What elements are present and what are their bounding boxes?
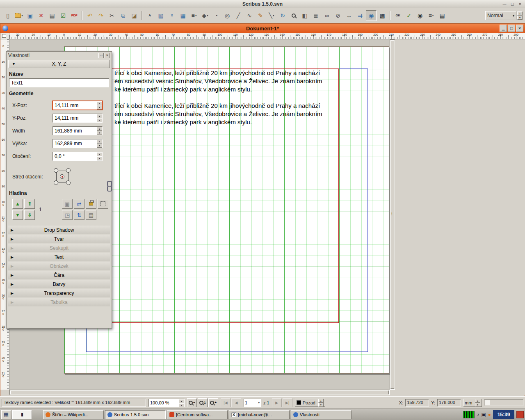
zoom-out-button[interactable]: −: [187, 398, 197, 407]
open-document-button[interactable]: ▾: [14, 10, 24, 21]
spin-down-icon[interactable]: ▾: [97, 156, 102, 160]
spin-up-icon[interactable]: ▴: [97, 114, 102, 118]
insert-image-frame-button[interactable]: ▧: [155, 10, 166, 21]
basepoint-center[interactable]: [60, 174, 64, 179]
next-page-button[interactable]: ▶: [272, 398, 282, 407]
insert-text-frame-button[interactable]: A: [144, 10, 155, 21]
doc-close-icon[interactable]: ✕: [516, 25, 523, 32]
height-input[interactable]: [53, 139, 97, 148]
insert-spiral-button[interactable]: ◎: [222, 10, 233, 21]
pdf-list-box-button[interactable]: ▤: [437, 10, 447, 21]
item-name-input[interactable]: [9, 78, 109, 87]
spin-down-icon[interactable]: ▾: [97, 144, 102, 148]
basepoint-top-right[interactable]: [66, 168, 71, 173]
pdf-checkbox-button[interactable]: ✓: [404, 10, 414, 21]
copy-button[interactable]: ⧉: [118, 10, 128, 21]
basepoint-top-left[interactable]: [54, 168, 58, 173]
value-spinner[interactable]: ▴▾: [97, 139, 102, 148]
section-line-button[interactable]: ▶Čára: [8, 271, 110, 279]
insert-line-button[interactable]: ╱: [233, 10, 244, 21]
logout-icon[interactable]: [516, 411, 524, 418]
spin-up-icon[interactable]: ▴: [318, 399, 324, 403]
insert-arc-button[interactable]: ◔: [211, 10, 221, 21]
cut-button[interactable]: ✂: [107, 10, 117, 21]
value-spinner[interactable]: ▴▾: [97, 114, 102, 122]
tab-xyz[interactable]: ▼ X, Y, Z: [8, 60, 110, 68]
palette-shade-icon[interactable]: ▭: [98, 53, 104, 58]
spin-down-icon[interactable]: ▾: [97, 131, 102, 135]
spin-down-icon[interactable]: ▾: [97, 105, 102, 110]
lock-button[interactable]: [86, 199, 96, 209]
clock[interactable]: 15:39: [493, 410, 514, 419]
x-pos-input[interactable]: [53, 101, 97, 110]
section-shape-button[interactable]: ▶Tvar: [8, 235, 110, 243]
insert-shape-button[interactable]: ■▾: [189, 10, 199, 21]
rotate-item-button[interactable]: ↻: [277, 10, 288, 21]
spin-up-icon[interactable]: ▴: [475, 399, 480, 403]
measurements-button[interactable]: ↔: [344, 10, 354, 21]
spin-up-icon[interactable]: ▴: [97, 127, 102, 131]
eye-dropper-button[interactable]: ◉: [366, 10, 377, 21]
close-document-button[interactable]: ✕: [36, 10, 46, 21]
section-text-button[interactable]: ▶Text: [8, 253, 110, 261]
zoom-level-input[interactable]: [149, 399, 179, 406]
network-icon[interactable]: ▣: [481, 412, 486, 418]
page[interactable]: třící k obci Kamenice, leží přibližně 20…: [64, 46, 389, 374]
lower-button[interactable]: ▼: [12, 210, 23, 220]
close-icon[interactable]: ✕: [517, 1, 523, 7]
ungroup-button[interactable]: ◳: [62, 210, 73, 220]
doc-minimize-icon[interactable]: ▁: [500, 25, 507, 32]
document-titlebar[interactable]: Dokument-1* ▁ ▢ ✕: [0, 24, 525, 33]
zoom-level-spinbox[interactable]: ▴▾: [148, 399, 185, 407]
layer-spinner[interactable]: ▴▾: [318, 399, 324, 407]
insert-table-button[interactable]: ▦: [178, 10, 188, 21]
insert-polygon-button[interactable]: ◆▾: [200, 10, 210, 21]
preflight-verifier-button[interactable]: ☑: [58, 10, 68, 21]
story-editor-button[interactable]: ≣: [310, 10, 321, 21]
update-notifier-icon[interactable]: ●: [488, 412, 491, 418]
save-document-button[interactable]: ▣: [25, 10, 35, 21]
taskbar-window-scribus[interactable]: Vlastnosti: [291, 410, 352, 419]
system-monitor-icon[interactable]: [463, 411, 475, 418]
printing-button[interactable]: ▤: [86, 210, 96, 220]
link-dimensions-icon[interactable]: [107, 181, 112, 192]
unit-selector[interactable]: mm ▴▾: [463, 399, 482, 407]
section-transparency-button[interactable]: ▶Transparency: [8, 289, 110, 297]
first-page-button[interactable]: |◀: [221, 398, 231, 407]
zoom-button[interactable]: [288, 10, 299, 21]
value-spinner[interactable]: ▴▾: [97, 101, 102, 110]
applications-menu-icon[interactable]: ▦: [1, 410, 11, 419]
spin-up-icon[interactable]: ▴: [97, 139, 102, 144]
link-text-frames-button[interactable]: ∞: [322, 10, 332, 21]
mode-spinner[interactable]: ▴▾: [517, 11, 523, 20]
section-image-button[interactable]: ▶Obrázek: [8, 262, 110, 270]
edit-contents-button[interactable]: ◧: [299, 10, 310, 21]
new-document-button[interactable]: ▯: [2, 10, 13, 21]
prev-page-button[interactable]: ◀: [231, 398, 241, 407]
zoom-spinner[interactable]: ▴▾: [179, 399, 184, 406]
undo-button[interactable]: ↶: [84, 10, 95, 21]
taskbar-window-package[interactable]: [Centrum softwa...: [167, 410, 228, 419]
zoom-in-button[interactable]: +: [208, 398, 218, 407]
palette-close-icon[interactable]: ✕: [105, 53, 110, 58]
section-drop-shadow-button[interactable]: ▶Drop Shadow: [8, 226, 110, 234]
raise-button[interactable]: ▲: [12, 199, 23, 209]
spin-down-icon[interactable]: ▾: [318, 403, 324, 407]
unit-spinner[interactable]: ▴▾: [475, 399, 480, 407]
insert-render-frame-button[interactable]: X: [167, 10, 177, 21]
image-mode-combo[interactable]: Normal ▾: [485, 11, 516, 20]
last-page-button[interactable]: ▶|: [283, 398, 292, 407]
taskbar-window-firefox[interactable]: Štiřín – Wikipedi...: [43, 410, 104, 419]
spin-up-icon[interactable]: ▴: [179, 399, 184, 403]
y-pos-input[interactable]: [53, 114, 97, 122]
spin-up-icon[interactable]: ▴: [97, 101, 102, 105]
launcher-icon[interactable]: ▮: [12, 410, 32, 419]
lock-size-button[interactable]: [98, 199, 108, 209]
width-input[interactable]: [53, 127, 97, 135]
section-colors-button[interactable]: ▶Barvy: [8, 280, 110, 288]
spin-up-icon[interactable]: ▴: [517, 11, 523, 16]
lower-to-bottom-button[interactable]: ⇓: [24, 210, 35, 220]
maximize-icon[interactable]: ▢: [509, 1, 516, 7]
vertical-scrollbar[interactable]: ⁞: [390, 39, 395, 390]
volume-icon[interactable]: ♪: [477, 412, 479, 418]
